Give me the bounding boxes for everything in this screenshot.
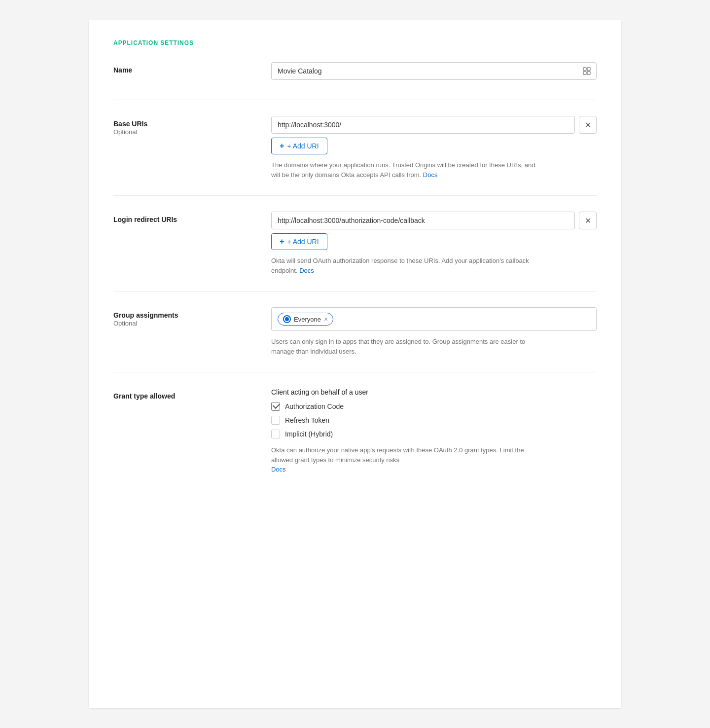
group-assignments-label: Group assignments	[113, 311, 271, 319]
base-uris-control-col: ✕ + + Add URI The domains where your app…	[271, 116, 597, 180]
implicit-label: Implicit (Hybrid)	[285, 430, 333, 438]
login-redirect-help-text: Okta will send OAuth authorization respo…	[271, 256, 537, 275]
login-redirect-add-label: + Add URI	[287, 238, 319, 246]
base-uri-add-label: + Add URI	[287, 142, 319, 150]
login-redirect-docs-link[interactable]: Docs	[299, 267, 314, 274]
divider-4	[113, 372, 597, 372]
divider-1	[113, 100, 597, 100]
svg-rect-1	[587, 68, 590, 71]
auth-code-label: Authorization Code	[285, 402, 344, 410]
base-uri-input[interactable]	[271, 116, 575, 134]
login-redirect-label: Login redirect URIs	[113, 216, 271, 223]
grant-type-label-col: Grant type allowed	[113, 388, 271, 400]
refresh-token-label: Refresh Token	[285, 416, 329, 424]
svg-rect-3	[587, 72, 590, 74]
everyone-tag-label: Everyone	[294, 316, 321, 323]
section-title: APPLICATION SETTINGS	[113, 39, 597, 46]
base-uris-label: Base URIs	[113, 120, 271, 128]
base-uri-add-button[interactable]: + + Add URI	[271, 138, 327, 154]
login-redirect-control-col: ✕ + + Add URI Okta will send OAuth autho…	[271, 212, 597, 275]
grant-subtitle: Client acting on behalf of a user	[271, 388, 597, 396]
group-assignments-sublabel: Optional	[113, 320, 137, 327]
login-redirect-row: Login redirect URIs ✕ + + Add URI Okta w…	[113, 212, 597, 275]
grid-icon	[582, 66, 592, 76]
divider-2	[113, 195, 597, 196]
divider-3	[113, 291, 597, 291]
svg-rect-0	[583, 68, 586, 71]
plus-icon-2: +	[280, 237, 284, 246]
refresh-token-checkbox[interactable]	[271, 416, 280, 425]
login-redirect-input-row: ✕	[271, 212, 597, 229]
settings-container: APPLICATION SETTINGS Name	[89, 20, 621, 708]
name-input-wrapper	[271, 62, 597, 80]
base-uri-docs-link[interactable]: Docs	[423, 171, 438, 179]
refresh-token-row: Refresh Token	[271, 416, 597, 425]
auth-code-row: Authorization Code	[271, 402, 597, 411]
group-assignments-row: Group assignments Optional Everyone × Us…	[113, 307, 597, 356]
base-uri-help-text: The domains where your application runs.…	[271, 160, 537, 180]
name-label-col: Name	[113, 62, 271, 74]
name-input-row	[271, 62, 597, 80]
auth-code-checkbox[interactable]	[271, 402, 280, 411]
grant-type-control-col: Client acting on behalf of a user Author…	[271, 388, 597, 474]
group-assignments-label-col: Group assignments Optional	[113, 307, 271, 327]
plus-icon: +	[280, 142, 284, 150]
group-assignments-help-text: Users can only sign in to apps that they…	[271, 337, 537, 356]
name-control-col	[271, 62, 597, 84]
implicit-checkbox[interactable]	[271, 430, 280, 438]
name-row: Name	[113, 62, 597, 84]
base-uris-sublabel: Optional	[113, 128, 137, 136]
base-uris-label-col: Base URIs Optional	[113, 116, 271, 136]
group-assignment-box[interactable]: Everyone ×	[271, 307, 597, 331]
everyone-tag-radio	[283, 315, 291, 323]
grant-type-help-text: Okta can authorize your native app's req…	[271, 445, 537, 474]
grant-type-row: Grant type allowed Client acting on beha…	[113, 388, 597, 474]
base-uri-clear-button[interactable]: ✕	[579, 116, 597, 134]
grant-type-docs-link[interactable]: Docs	[271, 466, 286, 473]
login-redirect-label-col: Login redirect URIs	[113, 212, 271, 223]
everyone-tag-close[interactable]: ×	[324, 316, 328, 323]
base-uris-row: Base URIs Optional ✕ + + Add URI The dom…	[113, 116, 597, 180]
base-uri-input-row: ✕	[271, 116, 597, 134]
login-redirect-input[interactable]	[271, 212, 575, 229]
name-input[interactable]	[271, 62, 597, 80]
implicit-row: Implicit (Hybrid)	[271, 430, 597, 438]
svg-rect-2	[583, 72, 586, 74]
login-redirect-clear-button[interactable]: ✕	[579, 212, 597, 229]
everyone-tag[interactable]: Everyone ×	[278, 313, 333, 326]
grant-type-label: Grant type allowed	[113, 392, 271, 400]
name-label: Name	[113, 66, 271, 74]
group-assignments-control-col: Everyone × Users can only sign in to app…	[271, 307, 597, 356]
login-redirect-add-button[interactable]: + + Add URI	[271, 233, 327, 250]
